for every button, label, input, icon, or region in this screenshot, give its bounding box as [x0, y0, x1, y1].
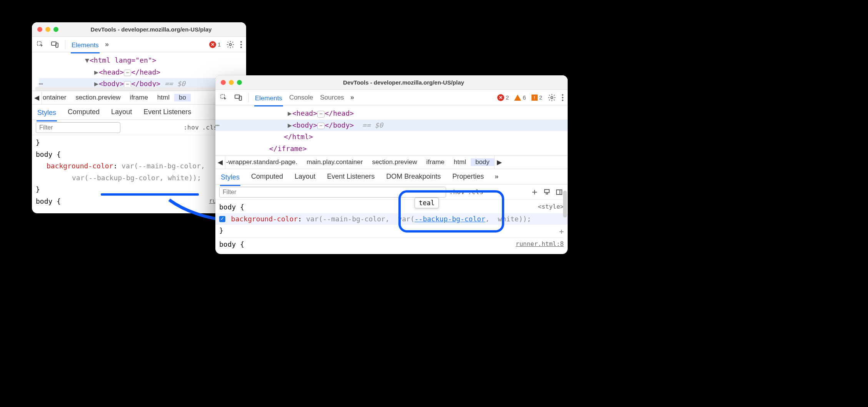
- crumb-iframe[interactable]: iframe: [125, 94, 153, 101]
- styles-filter-row: :hov .cls: [32, 120, 246, 135]
- crumb-html[interactable]: html: [153, 94, 174, 101]
- crumb-iframe[interactable]: iframe: [422, 158, 449, 166]
- ellipsis-icon[interactable]: ⋯: [124, 81, 131, 87]
- dom-tree[interactable]: ▶<head>⋯</head> ⋯▶<body>⋯</body> == $0 <…: [215, 105, 568, 155]
- tab-console[interactable]: Console: [288, 92, 314, 103]
- tab-layout[interactable]: Layout: [294, 171, 316, 182]
- dom-row[interactable]: </html>: [215, 131, 568, 143]
- warning-badge[interactable]: 6: [514, 94, 526, 101]
- close-icon[interactable]: [221, 80, 226, 85]
- inspect-icon[interactable]: [36, 40, 45, 49]
- close-icon[interactable]: [37, 27, 42, 32]
- crumb-wrapper[interactable]: -wrapper.standard-page.: [225, 158, 302, 166]
- css-rule-body-2[interactable]: runner.html:8 body {: [219, 238, 564, 251]
- crumb-html[interactable]: html: [449, 158, 471, 166]
- error-icon: ✕: [497, 94, 504, 101]
- minimize-icon[interactable]: [229, 80, 234, 85]
- error-badge[interactable]: ✕2: [497, 94, 509, 101]
- filter-input[interactable]: [36, 122, 120, 133]
- tab-styles[interactable]: Styles: [37, 107, 57, 121]
- gear-icon[interactable]: [548, 93, 556, 102]
- crumb-section[interactable]: section.preview: [367, 158, 422, 166]
- breadcrumb-prev-icon[interactable]: ◀: [32, 91, 42, 104]
- css-rule-body[interactable]: <style> body { background-color: var(--m…: [219, 201, 564, 237]
- svg-point-3: [229, 43, 232, 46]
- crumb-body[interactable]: bo: [174, 94, 191, 101]
- dom-row[interactable]: ▼<html lang="en">: [39, 55, 246, 66]
- tab-dom-breakpoints[interactable]: DOM Breakpoints: [385, 171, 441, 182]
- tab-properties[interactable]: Properties: [451, 171, 485, 182]
- dom-row[interactable]: ▶<head>⋯</head>: [39, 66, 246, 78]
- svg-point-13: [562, 97, 563, 98]
- breadcrumb-prev-icon[interactable]: ◀: [215, 156, 225, 169]
- devtools-toolbar: Elements » ✕ 1: [32, 37, 246, 52]
- rule-source[interactable]: runner.html:8: [516, 239, 564, 249]
- svg-rect-10: [239, 96, 242, 100]
- more-tabs-icon[interactable]: »: [105, 40, 109, 48]
- crumb-main[interactable]: main.play.container: [302, 158, 367, 166]
- scrollbar-vertical[interactable]: [563, 191, 567, 218]
- info-badge[interactable]: !2: [531, 94, 542, 101]
- kebab-icon[interactable]: [561, 94, 564, 101]
- warning-count: 6: [523, 94, 526, 101]
- device-toggle-icon[interactable]: [234, 93, 243, 102]
- gutter-ellipsis-icon: ⋯: [215, 120, 227, 131]
- error-badge[interactable]: ✕ 1: [209, 41, 221, 48]
- property-toggle-checkbox[interactable]: [219, 216, 225, 222]
- minimize-icon[interactable]: [45, 27, 50, 32]
- tab-elements[interactable]: Elements: [254, 93, 283, 106]
- hov-toggle[interactable]: :hov: [449, 188, 465, 196]
- dom-row[interactable]: </iframe>: [215, 143, 568, 155]
- more-tabs-icon[interactable]: »: [495, 173, 498, 181]
- css-rules[interactable]: <style> body { background-color: var(--m…: [215, 200, 568, 254]
- plus-icon[interactable]: [530, 188, 539, 197]
- dom-row-selected[interactable]: ⋯▶<body>⋯</body> == $0: [215, 120, 568, 131]
- more-tabs-icon[interactable]: »: [350, 93, 354, 101]
- tab-sources[interactable]: Sources: [319, 92, 345, 103]
- crumb-section[interactable]: section.preview: [71, 94, 125, 101]
- svg-point-14: [562, 100, 563, 101]
- tab-event-listeners[interactable]: Event Listeners: [326, 171, 375, 182]
- device-toggle-icon[interactable]: [50, 40, 60, 49]
- filter-input[interactable]: [219, 187, 446, 198]
- ellipsis-icon[interactable]: ⋯: [317, 123, 325, 130]
- scrollbar-horizontal[interactable]: [35, 87, 243, 91]
- svg-point-6: [240, 47, 242, 48]
- rule-source[interactable]: <style>: [538, 201, 564, 212]
- zoom-icon[interactable]: [237, 80, 242, 85]
- error-count: 2: [506, 94, 509, 101]
- gear-icon[interactable]: [226, 40, 235, 49]
- tab-elements[interactable]: Elements: [71, 40, 100, 53]
- ellipsis-icon[interactable]: ⋯: [124, 70, 131, 76]
- css-rule-body-2[interactable]: runner.ht body {: [36, 196, 242, 208]
- inspect-icon[interactable]: [219, 93, 228, 102]
- tab-layout[interactable]: Layout: [110, 106, 133, 118]
- css-rules[interactable]: } <st body { background-color: var(--mai…: [32, 135, 246, 211]
- tab-computed[interactable]: Computed: [67, 106, 100, 118]
- svg-point-4: [240, 41, 242, 43]
- cls-toggle[interactable]: .cls: [468, 188, 484, 196]
- hov-toggle[interactable]: :hov: [183, 124, 199, 131]
- ellipsis-icon[interactable]: ⋯: [317, 111, 325, 118]
- dom-row[interactable]: ▶<head>⋯</head>: [215, 108, 568, 120]
- tab-computed[interactable]: Computed: [250, 171, 284, 182]
- css-var-tooltip: teal: [415, 198, 439, 208]
- crumb-body[interactable]: body: [471, 158, 494, 166]
- css-rule-fragment: }: [36, 137, 242, 149]
- tab-event-listeners[interactable]: Event Listeners: [143, 106, 192, 118]
- kebab-icon[interactable]: [240, 41, 242, 48]
- tab-styles[interactable]: Styles: [220, 172, 240, 186]
- styles-tabstrip: Styles Computed Layout Event Listeners D…: [215, 169, 568, 184]
- window-title: DevTools - developer.mozilla.org/en-US/p…: [245, 79, 562, 86]
- svg-point-11: [551, 96, 553, 99]
- panel-toggle-icon[interactable]: [555, 188, 564, 197]
- dom-tree[interactable]: ▼<html lang="en"> ▶<head>⋯</head> ⋯▶<bod…: [32, 52, 246, 87]
- breadcrumb-next-icon[interactable]: ▶: [494, 156, 504, 169]
- add-property-icon[interactable]: +: [559, 225, 564, 238]
- svg-rect-2: [56, 43, 58, 47]
- css-var-link[interactable]: --backup-bg-color: [415, 215, 485, 223]
- css-rule-body[interactable]: <st body { background-color: var(--main-…: [36, 149, 242, 196]
- brush-icon[interactable]: [542, 188, 551, 197]
- zoom-icon[interactable]: [53, 27, 58, 32]
- crumb-container[interactable]: ontainer: [42, 94, 71, 101]
